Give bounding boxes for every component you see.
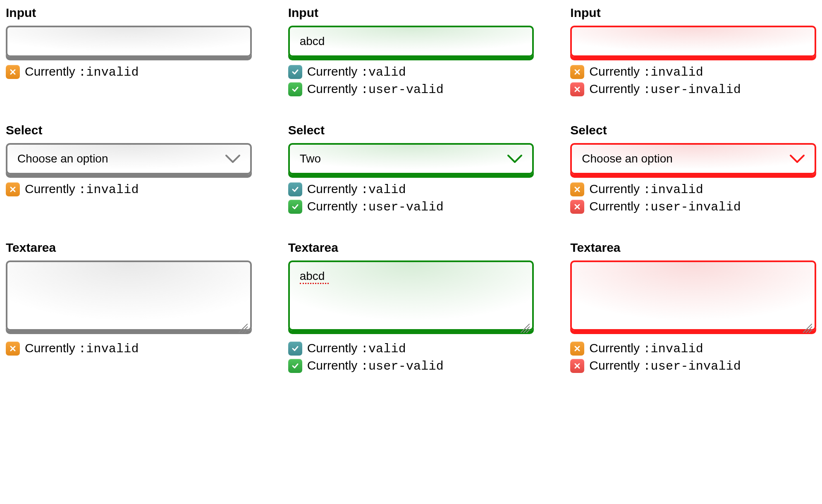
status-text: Currently :invalid (589, 182, 703, 197)
input-wrap (570, 26, 816, 57)
cell-textarea-col2: Textarea Currently :valid Currently :use… (288, 241, 534, 373)
textarea-field[interactable] (570, 260, 816, 331)
check-icon (288, 200, 302, 214)
status-line: Currently :invalid (570, 341, 816, 356)
select-label: Select (570, 123, 816, 137)
x-icon (570, 182, 584, 196)
cell-select-col3: Select Choose an option Currently :inval… (570, 123, 816, 214)
select-wrap: Two (288, 143, 534, 174)
status-text: Currently :valid (307, 182, 406, 197)
status-text: Currently :user-valid (307, 199, 444, 214)
form-state-grid: Input Currently :invalid Input Currently… (6, 6, 816, 373)
check-icon (288, 359, 302, 373)
select-field[interactable]: Choose an option (570, 143, 816, 174)
x-icon (570, 200, 584, 214)
check-icon (288, 82, 302, 96)
textarea-label: Textarea (570, 241, 816, 255)
textarea-wrap (288, 260, 534, 334)
x-icon (6, 342, 20, 356)
select-field[interactable]: Choose an option (6, 143, 252, 174)
status-text: Currently :user-invalid (589, 199, 741, 214)
status-text: Currently :user-invalid (589, 82, 741, 97)
check-icon (288, 65, 302, 79)
status-text: Currently :valid (307, 64, 406, 79)
status-line: Currently :invalid (6, 64, 252, 79)
select-field[interactable]: Two (288, 143, 534, 174)
text-input[interactable] (570, 26, 816, 57)
status-line: Currently :user-invalid (570, 199, 816, 214)
input-wrap (288, 26, 534, 57)
textarea-label: Textarea (6, 241, 252, 255)
textarea-label: Textarea (288, 241, 534, 255)
status-line: Currently :invalid (6, 341, 252, 356)
select-wrap: Choose an option (6, 143, 252, 174)
cell-input-col3: Input Currently :invalid Currently :user… (570, 6, 816, 97)
select-label: Select (6, 123, 252, 137)
status-text: Currently :user-valid (307, 82, 444, 97)
x-icon (570, 65, 584, 79)
x-icon (570, 82, 584, 96)
status-line: Currently :invalid (570, 182, 816, 197)
cell-textarea-col1: Textarea Currently :invalid (6, 241, 252, 373)
status-line: Currently :valid (288, 64, 534, 79)
status-text: Currently :user-invalid (589, 358, 741, 373)
status-text: Currently :invalid (25, 341, 139, 356)
textarea-wrap (6, 260, 252, 334)
input-label: Input (570, 6, 816, 20)
input-label: Input (288, 6, 534, 20)
textarea-field[interactable] (6, 260, 252, 331)
x-icon (6, 65, 20, 79)
cell-select-col1: Select Choose an option Currently :inval… (6, 123, 252, 214)
cell-textarea-col3: Textarea Currently :invalid Currently :u… (570, 241, 816, 373)
status-line: Currently :user-invalid (570, 82, 816, 97)
status-line: Currently :invalid (6, 182, 252, 197)
status-text: Currently :valid (307, 341, 406, 356)
x-icon (570, 359, 584, 373)
select-wrap: Choose an option (570, 143, 816, 174)
cell-input-col1: Input Currently :invalid (6, 6, 252, 97)
status-line: Currently :user-invalid (570, 358, 816, 373)
text-input[interactable] (288, 26, 534, 57)
status-text: Currently :invalid (589, 64, 703, 79)
check-icon (288, 342, 302, 356)
status-text: Currently :user-valid (307, 358, 444, 373)
select-label: Select (288, 123, 534, 137)
status-line: Currently :user-valid (288, 82, 534, 97)
status-text: Currently :invalid (589, 341, 703, 356)
input-label: Input (6, 6, 252, 20)
cell-select-col2: Select Two Currently :valid Currently :u… (288, 123, 534, 214)
cell-input-col2: Input Currently :valid Currently :user-v… (288, 6, 534, 97)
status-line: Currently :valid (288, 182, 534, 197)
input-wrap (6, 26, 252, 57)
status-text: Currently :invalid (25, 182, 139, 197)
status-line: Currently :user-valid (288, 199, 534, 214)
x-icon (6, 182, 20, 196)
status-line: Currently :valid (288, 341, 534, 356)
textarea-field[interactable] (288, 260, 534, 331)
text-input[interactable] (6, 26, 252, 57)
status-text: Currently :invalid (25, 64, 139, 79)
textarea-wrap (570, 260, 816, 334)
status-line: Currently :invalid (570, 64, 816, 79)
status-line: Currently :user-valid (288, 358, 534, 373)
x-icon (570, 342, 584, 356)
check-icon (288, 182, 302, 196)
